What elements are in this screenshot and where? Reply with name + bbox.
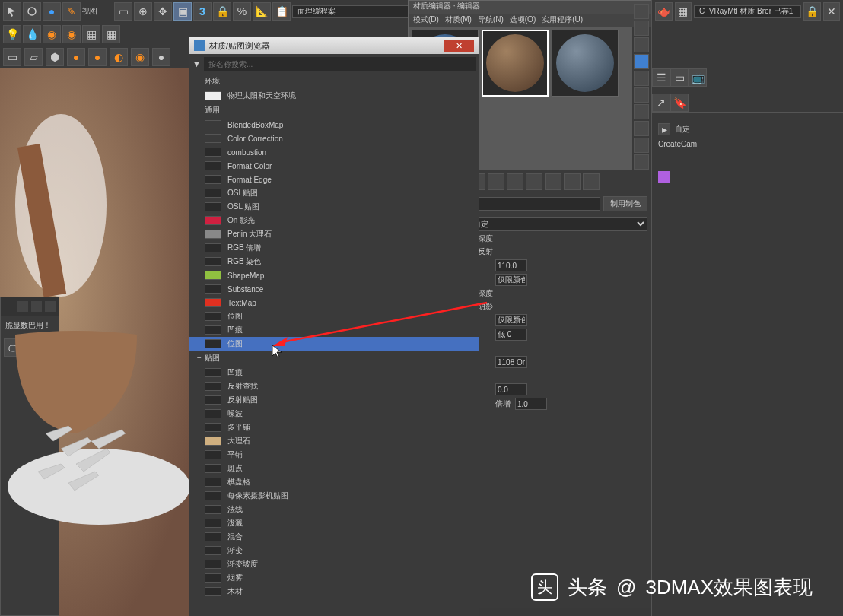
tree-item[interactable]: 平铺 [189,448,479,462]
tree-item[interactable]: 渐变 [189,544,479,557]
tree-item[interactable]: 斑点 [189,462,479,475]
rp-color-swatch[interactable] [658,171,670,183]
param-value[interactable] [495,356,527,368]
mt-self-icon[interactable] [507,173,523,190]
mt-fwd-icon[interactable] [583,173,600,190]
rp-tab-create[interactable]: ☰ [652,68,670,87]
mat-3[interactable]: ◐ [110,48,128,66]
rp-lock-icon[interactable]: 🔒 [803,2,821,21]
tool-arrow[interactable] [3,2,21,21]
tree-item[interactable]: ShapeMap [189,268,479,282]
tree-item[interactable]: 位图 [189,337,479,351]
rp-tab2-a[interactable]: ↗ [652,94,670,112]
param-value[interactable] [515,398,547,410]
tree-item[interactable]: Format Edge [189,173,479,186]
tool-percent[interactable]: % [233,2,251,21]
tree-item[interactable]: On 影光 [189,214,479,227]
tool-select[interactable]: ▣ [173,2,192,21]
tree-item[interactable]: 物理太阳和天空环境 [189,89,479,103]
tree-item[interactable]: Format Color [189,159,479,173]
viewport[interactable] [0,68,189,616]
side-color-icon[interactable] [634,87,649,103]
side-light-icon[interactable] [634,37,649,52]
shape-cyl[interactable]: ⬢ [46,48,64,66]
mat-editor-title[interactable]: 材质编辑器 · 编辑器 [409,1,651,14]
search-input[interactable] [204,57,476,71]
shape-plane[interactable]: ▱ [24,48,43,66]
side-mat-icon[interactable] [634,138,649,153]
tree-item[interactable]: OSL贴图 [189,186,479,200]
side-vid-icon[interactable] [634,104,649,119]
tree-item[interactable]: combustion [189,145,479,159]
mat-5[interactable]: ● [152,48,170,66]
mat-2[interactable]: ● [88,48,107,66]
tool-zoom[interactable]: ⊕ [134,2,152,21]
param-value[interactable] [495,329,527,341]
side-uv-icon[interactable] [634,71,649,86]
material-type-button[interactable]: 制用制色 [603,196,647,211]
side-back-icon[interactable] [634,21,649,36]
mat-slot-2[interactable] [482,30,549,97]
tree-item[interactable]: 棋盘格 [189,475,479,489]
tree-item[interactable]: 烟雾 [189,571,479,585]
tree-item[interactable]: 反射查找 [189,379,479,393]
rp-tab-display[interactable]: 📺 [689,68,707,87]
tree-item[interactable]: 每像素摄影机贴图 [189,489,479,503]
tree-item[interactable]: 大理石 [189,434,479,448]
menu-options[interactable]: 选项(O) [510,14,536,27]
menu-mode[interactable]: 模式(D) [413,14,439,27]
tool-rotate[interactable] [23,2,41,21]
mat-4[interactable]: ◉ [131,48,149,66]
mt-par-icon[interactable] [545,173,561,190]
side-x-icon[interactable] [634,154,649,170]
tool-clip[interactable]: 📋 [272,2,291,21]
group-maps[interactable]: 贴图 [189,351,479,366]
tree-item[interactable]: OSL 贴图 [189,200,479,214]
tree-item[interactable]: 位图 [189,310,479,323]
rp-teapot-icon[interactable]: 🫖 [655,2,673,21]
tree-item[interactable]: 反射贴图 [189,393,479,407]
tool-light[interactable]: 💡 [3,25,21,43]
param-value[interactable] [495,259,527,271]
rp-expand-icon[interactable]: ▸ [658,123,670,135]
tree-item[interactable]: 噪波 [189,407,479,421]
param-value[interactable] [495,383,527,395]
mat-1[interactable]: ● [67,48,85,66]
mat-slot-3[interactable] [552,30,619,97]
group-env[interactable]: 环境 [189,74,479,89]
tree-item[interactable]: RGB 倍增 [189,241,479,255]
menu-material[interactable]: 材质(M) [445,14,472,27]
tree-item[interactable]: 泼溅 [189,516,479,530]
mt-show-icon[interactable] [488,173,504,190]
tree-item[interactable]: 凹痕 [189,323,479,337]
close-button[interactable]: ✕ [444,40,474,52]
tree-item[interactable]: RGB 染色 [189,255,479,268]
material-tree[interactable]: 环境 物理太阳和天空环境 通用 BlendedBoxMapColor Corre… [189,74,479,616]
tool-grid[interactable]: ▦ [82,25,100,43]
tool-three[interactable]: 3 [193,2,212,21]
tool-fit[interactable]: ▭ [114,2,132,21]
tool-fire1[interactable]: ◉ [43,25,61,43]
preset-select[interactable]: 自定 [465,217,647,231]
rp-tab-modify[interactable]: ▭ [670,68,689,87]
tree-item[interactable]: 木材 [189,585,479,599]
tool-fire2[interactable]: ◉ [62,25,81,43]
rp-x-icon[interactable]: ✕ [823,2,841,21]
tree-item[interactable]: Perlin 大理石 [189,227,479,241]
shape-box[interactable]: ▭ [3,48,21,66]
rp-object-dropdown[interactable] [694,5,801,18]
tree-item[interactable]: 法线 [189,503,479,516]
tool-droplet[interactable]: 💧 [23,25,41,43]
side-sample-icon[interactable] [634,4,649,19]
tool-sphere[interactable]: ● [43,2,61,21]
tool-brush[interactable]: ✎ [62,2,81,21]
tool-angle[interactable]: 📐 [253,2,271,21]
tool-move[interactable]: ✥ [154,2,172,21]
tool-render[interactable]: ▦ [102,25,120,43]
mt-go-icon[interactable] [526,173,542,190]
tree-item[interactable]: 混合 [189,530,479,544]
tree-item[interactable]: 渐变坡度 [189,557,479,571]
tree-item[interactable]: Substance [189,282,479,296]
tree-item[interactable]: BlendedBoxMap [189,118,479,132]
tree-item[interactable]: 多平铺 [189,421,479,434]
